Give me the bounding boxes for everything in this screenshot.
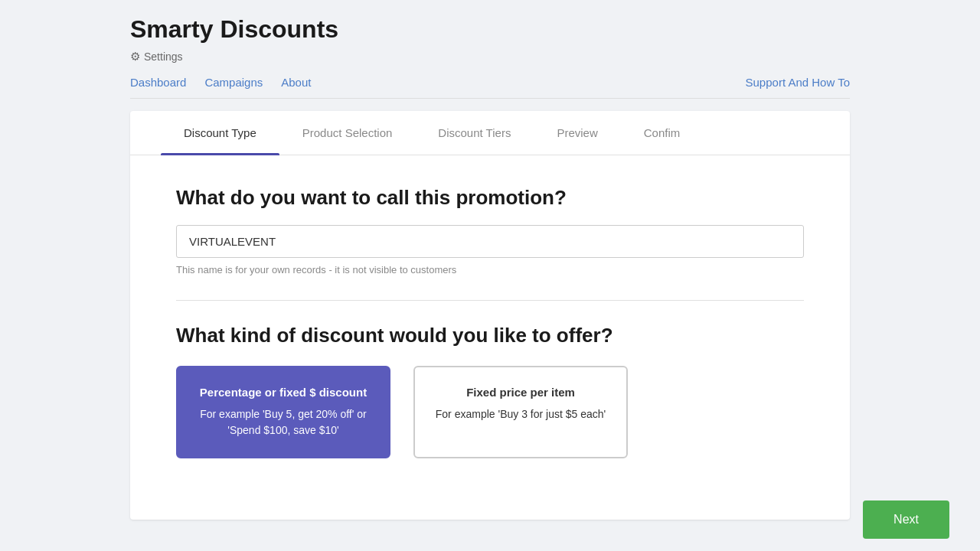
- settings-label: Settings: [144, 51, 183, 63]
- discount-option-percentage-fixed[interactable]: Percentage or fixed $ discount For examp…: [176, 366, 390, 458]
- tab-confirm[interactable]: Confim: [621, 111, 704, 155]
- main-card: Discount Type Product Selection Discount…: [130, 111, 850, 520]
- nav-support[interactable]: Support And How To: [746, 76, 850, 89]
- discount-options: Percentage or fixed $ discount For examp…: [176, 366, 804, 458]
- section-divider: [176, 300, 804, 301]
- discount-option-percentage-fixed-title: Percentage or fixed $ discount: [193, 386, 374, 399]
- next-button[interactable]: Next: [863, 500, 949, 539]
- card-body: What do you want to call this promotion?…: [130, 155, 850, 489]
- app-title: Smarty Discounts: [130, 15, 850, 44]
- promotion-name-question: What do you want to call this promotion?: [176, 186, 804, 210]
- discount-type-question: What kind of discount would you like to …: [176, 324, 804, 347]
- wizard-tabs: Discount Type Product Selection Discount…: [130, 111, 850, 155]
- settings-link[interactable]: ⚙ Settings: [130, 50, 850, 64]
- discount-option-fixed-price-desc: For example 'Buy 3 for just $5 each': [430, 406, 611, 422]
- footer: Next: [0, 488, 980, 551]
- nav-item-campaigns[interactable]: Campaigns: [204, 76, 263, 89]
- tab-preview[interactable]: Preview: [534, 111, 620, 155]
- nav-bar: Dashboard Campaigns About Support And Ho…: [130, 76, 850, 99]
- promotion-name-hint: This name is for your own records - it i…: [176, 264, 804, 276]
- nav-left: Dashboard Campaigns About: [130, 76, 311, 89]
- discount-option-fixed-price[interactable]: Fixed price per item For example 'Buy 3 …: [413, 366, 628, 458]
- discount-option-fixed-price-title: Fixed price per item: [430, 386, 611, 399]
- promotion-name-input[interactable]: [176, 225, 804, 258]
- discount-option-percentage-fixed-desc: For example 'Buy 5, get 20% off' or 'Spe…: [193, 406, 374, 439]
- nav-item-about[interactable]: About: [281, 76, 311, 89]
- tab-discount-type[interactable]: Discount Type: [161, 111, 279, 155]
- tab-discount-tiers[interactable]: Discount Tiers: [415, 111, 534, 155]
- nav-item-dashboard[interactable]: Dashboard: [130, 76, 186, 89]
- tab-product-selection[interactable]: Product Selection: [279, 111, 416, 155]
- gear-icon: ⚙: [130, 50, 140, 64]
